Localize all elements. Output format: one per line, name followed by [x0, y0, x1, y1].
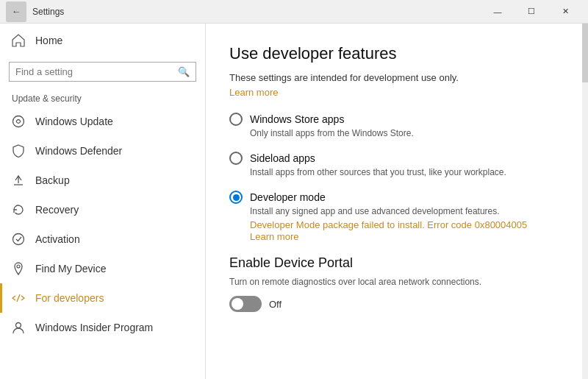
shield-icon — [12, 144, 25, 157]
radio-option-sideload: Sideload apps Install apps from other so… — [229, 152, 564, 177]
learn-more-link-error[interactable]: Learn more — [250, 231, 298, 242]
toggle-switch[interactable] — [229, 296, 262, 312]
radio-windows-store-label: Windows Store apps — [250, 113, 344, 125]
search-input[interactable] — [15, 66, 178, 77]
sidebar-item-windows-update[interactable]: Windows Update — [0, 107, 205, 136]
radio-sideload-label: Sideload apps — [250, 152, 315, 164]
radio-sideload[interactable] — [229, 152, 243, 165]
radio-option-developer-mode: Developer mode Install any signed app an… — [229, 191, 564, 242]
search-box[interactable]: 🔍 — [9, 62, 196, 82]
sidebar-item-activation-label: Activation — [35, 233, 80, 245]
radio-developer-mode[interactable] — [229, 191, 243, 204]
home-label: Home — [35, 35, 62, 46]
radio-windows-store[interactable] — [229, 113, 243, 126]
sidebar-item-insider-label: Windows Insider Program — [35, 322, 153, 333]
insider-icon — [12, 321, 25, 334]
titlebar: ← Settings — ☐ ✕ — [0, 0, 588, 24]
svg-point-1 — [13, 234, 24, 245]
sidebar-item-activation[interactable]: Activation — [0, 224, 205, 254]
close-button[interactable]: ✕ — [548, 0, 582, 24]
sidebar-item-home[interactable]: Home — [0, 24, 205, 57]
sidebar-item-find-my-device[interactable]: Find My Device — [0, 254, 205, 283]
sidebar: Home 🔍 Update & security Windows Update — [0, 24, 206, 379]
sidebar-item-find-device-label: Find My Device — [35, 263, 106, 274]
sidebar-item-for-developers[interactable]: For developers — [0, 283, 205, 313]
developer-icon — [12, 291, 25, 305]
activation-icon — [12, 233, 25, 246]
backup-icon — [12, 174, 25, 187]
scrollbar-thumb[interactable] — [582, 24, 588, 82]
page-title: Use developer features — [229, 44, 564, 63]
svg-point-3 — [16, 323, 21, 328]
toggle-row: Off — [229, 296, 564, 312]
portal-title: Enable Device Portal — [229, 255, 564, 271]
sidebar-item-windows-defender[interactable]: Windows Defender — [0, 136, 205, 166]
radio-windows-store-desc: Only install apps from the Windows Store… — [250, 128, 564, 138]
recovery-icon — [12, 203, 25, 216]
home-icon — [12, 34, 25, 47]
sidebar-section-label: Update & security — [0, 89, 205, 107]
sidebar-item-windows-update-label: Windows Update — [35, 116, 113, 127]
sidebar-item-defender-label: Windows Defender — [35, 145, 122, 157]
content-scrollbar[interactable] — [582, 24, 588, 379]
sidebar-item-for-developers-label: For developers — [35, 292, 104, 304]
svg-point-2 — [17, 265, 20, 268]
search-icon[interactable]: 🔍 — [178, 66, 190, 77]
content-description: These settings are intended for developm… — [229, 72, 564, 83]
window-title: Settings — [32, 7, 481, 17]
portal-desc: Turn on remote diagnostics over local ar… — [229, 277, 564, 287]
main-container: Home 🔍 Update & security Windows Update — [0, 24, 588, 379]
sidebar-item-backup[interactable]: Backup — [0, 166, 205, 195]
learn-more-link-top[interactable]: Learn more — [229, 87, 278, 98]
sidebar-item-backup-label: Backup — [35, 174, 70, 186]
radio-sideload-desc: Install apps from other sources that you… — [250, 167, 564, 177]
minimize-button[interactable]: — — [481, 0, 514, 24]
sidebar-item-recovery[interactable]: Recovery — [0, 195, 205, 224]
error-text: Developer Mode package failed to install… — [250, 219, 564, 230]
back-button[interactable]: ← — [6, 1, 26, 22]
radio-developer-mode-desc: Install any signed app and use advanced … — [250, 206, 564, 216]
radio-developer-mode-label: Developer mode — [250, 191, 326, 203]
update-icon — [12, 115, 25, 128]
radio-option-windows-store: Windows Store apps Only install apps fro… — [229, 113, 564, 138]
find-device-icon — [12, 262, 25, 275]
toggle-label: Off — [269, 299, 282, 310]
content-area: Use developer features These settings ar… — [206, 24, 588, 379]
svg-point-0 — [13, 116, 24, 127]
window-controls: — ☐ ✕ — [481, 0, 582, 24]
maximize-button[interactable]: ☐ — [514, 0, 548, 24]
sidebar-item-recovery-label: Recovery — [35, 204, 79, 216]
sidebar-item-windows-insider[interactable]: Windows Insider Program — [0, 313, 205, 342]
